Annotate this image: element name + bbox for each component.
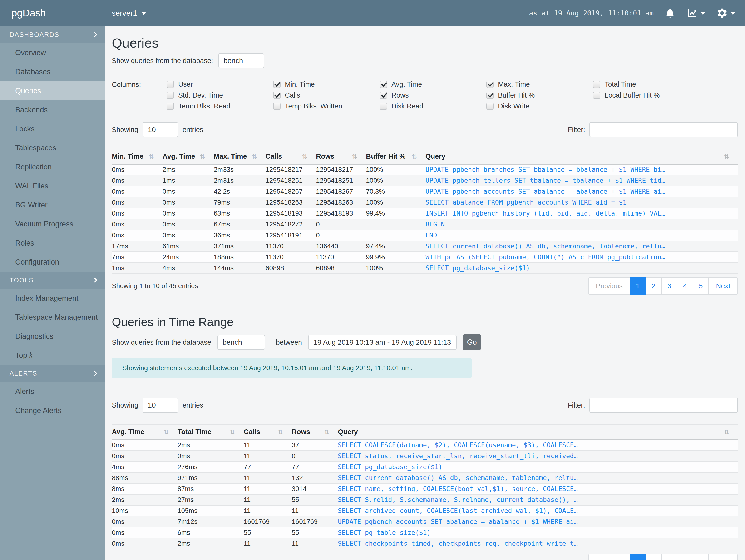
column-checkbox-user[interactable]: User <box>167 79 273 90</box>
go-button[interactable]: Go <box>463 334 481 351</box>
sort-icon[interactable]: ⇅ <box>200 153 205 160</box>
header-calls[interactable]: Calls⇅ <box>244 424 292 440</box>
sidebar-item-wal-files[interactable]: WAL Files <box>0 176 105 196</box>
checkbox-box[interactable] <box>486 80 494 88</box>
pagination-page-3[interactable]: 3 <box>661 277 677 295</box>
column-checkbox-max-time[interactable]: Max. Time <box>486 79 593 90</box>
sort-icon[interactable]: ⇅ <box>412 153 417 160</box>
query-link[interactable]: UPDATE pgbench_tellers SET tbalance = tb… <box>425 177 665 184</box>
sidebar-item-roles[interactable]: Roles <box>0 234 105 253</box>
query-link[interactable]: SELECT pg_table_size($1) <box>338 529 431 536</box>
query-link[interactable]: SELECT archived_count, COALESCE(last_arc… <box>338 507 578 514</box>
column-checkbox-rows[interactable]: Rows <box>380 90 486 101</box>
notifications-bell-icon[interactable] <box>665 8 676 19</box>
query-link[interactable]: SELECT current_database() AS db, scheman… <box>425 242 665 250</box>
database-input[interactable] <box>218 335 265 350</box>
query-link[interactable]: SELECT pg_database_size($1) <box>338 463 442 470</box>
checkbox-box[interactable] <box>273 92 281 99</box>
checkbox-box[interactable] <box>167 80 174 88</box>
sidebar-item-top-k[interactable]: Top k <box>0 346 105 365</box>
column-checkbox-total-time[interactable]: Total Time <box>593 79 700 90</box>
charts-menu[interactable] <box>686 7 706 19</box>
checkbox-box[interactable] <box>380 102 387 110</box>
checkbox-box[interactable] <box>486 92 494 99</box>
header-max-time[interactable]: Max. Time⇅ <box>214 149 265 164</box>
sidebar-section-alerts[interactable]: ALERTS <box>0 365 105 382</box>
sidebar-item-replication[interactable]: Replication <box>0 158 105 176</box>
query-link[interactable]: SELECT checkpoints_timed, checkpoints_re… <box>338 540 578 547</box>
sidebar-item-tablespace-management[interactable]: Tablespace Management <box>0 308 105 327</box>
pagination-next[interactable]: Next <box>709 554 738 560</box>
page-size-input[interactable] <box>142 122 178 137</box>
column-checkbox-avg-time[interactable]: Avg. Time <box>380 79 486 90</box>
sidebar-item-alerts[interactable]: Alerts <box>0 382 105 401</box>
pagination-next[interactable]: Next <box>709 277 738 295</box>
pagination-page-2[interactable]: 2 <box>646 554 661 560</box>
sidebar-item-databases[interactable]: Databases <box>0 62 105 81</box>
pagination-page-5[interactable]: 5 <box>693 554 709 560</box>
header-buffer-hit[interactable]: Buffer Hit %⇅ <box>366 149 425 164</box>
query-link[interactable]: SELECT status, receive_start_lsn, receiv… <box>338 452 578 460</box>
sort-icon[interactable]: ⇅ <box>724 153 729 160</box>
sidebar-item-queries[interactable]: Queries <box>0 81 105 100</box>
column-checkbox-std-dev-time[interactable]: Std. Dev. Time <box>167 90 273 101</box>
pagination-previous[interactable]: Previous <box>588 277 630 295</box>
header-query[interactable]: Query⇅ <box>338 424 738 440</box>
sidebar-item-tablespaces[interactable]: Tablespaces <box>0 138 105 158</box>
pagination-page-2[interactable]: 2 <box>646 277 661 295</box>
time-range-input[interactable] <box>308 335 457 350</box>
header-avg-time[interactable]: Avg. Time⇅ <box>163 149 214 164</box>
checkbox-box[interactable] <box>486 102 494 110</box>
sidebar-item-bg-writer[interactable]: BG Writer <box>0 196 105 215</box>
pagination-page-4[interactable]: 4 <box>677 554 693 560</box>
query-link[interactable]: BEGIN <box>425 221 445 228</box>
checkbox-box[interactable] <box>593 80 600 88</box>
query-link[interactable]: UPDATE pgbench_branches SET bbalance = b… <box>425 166 665 173</box>
sort-icon[interactable]: ⇅ <box>278 428 283 436</box>
column-checkbox-buffer-hit[interactable]: Buffer Hit % <box>486 90 593 101</box>
query-link[interactable]: SELECT name, setting, COALESCE(boot_val,… <box>338 485 578 492</box>
query-link[interactable]: SELECT pg_database_size($1) <box>425 264 530 272</box>
query-link[interactable]: SELECT COALESCE(datname, $2), COALESCE(u… <box>338 441 578 449</box>
query-link[interactable]: SELECT abalance FROM pgbench_accounts WH… <box>425 199 626 206</box>
header-avg-time[interactable]: Avg. Time⇅ <box>112 424 177 440</box>
page-size-input[interactable] <box>142 397 178 413</box>
database-input[interactable] <box>219 53 264 68</box>
filter-input[interactable] <box>589 122 738 137</box>
column-checkbox-local-buffer-hit[interactable]: Local Buffer Hit % <box>593 90 700 101</box>
checkbox-box[interactable] <box>167 92 174 99</box>
header-min-time[interactable]: Min. Time⇅ <box>112 149 163 164</box>
column-checkbox-calls[interactable]: Calls <box>273 90 380 101</box>
sort-icon[interactable]: ⇅ <box>230 428 235 436</box>
header-query[interactable]: Query⇅ <box>425 149 738 164</box>
sort-icon[interactable]: ⇅ <box>302 153 307 160</box>
header-total-time[interactable]: Total Time⇅ <box>177 424 244 440</box>
column-checkbox-disk-write[interactable]: Disk Write <box>486 101 593 111</box>
query-link[interactable]: SELECT current_database() AS db, scheman… <box>338 474 578 482</box>
checkbox-box[interactable] <box>593 92 600 99</box>
header-calls[interactable]: Calls⇅ <box>265 149 316 164</box>
pagination-page-1[interactable]: 1 <box>630 554 646 560</box>
query-link[interactable]: SELECT S.relid, S.schemaname, S.relname,… <box>338 496 578 503</box>
pagination-page-5[interactable]: 5 <box>693 277 709 295</box>
filter-input[interactable] <box>589 397 738 413</box>
sidebar-item-diagnostics[interactable]: Diagnostics <box>0 327 105 346</box>
header-rows[interactable]: Rows⇅ <box>292 424 338 440</box>
checkbox-box[interactable] <box>273 102 281 110</box>
sort-icon[interactable]: ⇅ <box>724 428 729 436</box>
pagination-page-3[interactable]: 3 <box>661 554 677 560</box>
sort-icon[interactable]: ⇅ <box>163 428 169 436</box>
server-dropdown[interactable]: server1 <box>112 0 146 26</box>
sort-icon[interactable]: ⇅ <box>352 153 357 160</box>
checkbox-box[interactable] <box>167 102 174 110</box>
sidebar-item-locks[interactable]: Locks <box>0 120 105 138</box>
sidebar-item-overview[interactable]: Overview <box>0 43 105 62</box>
sort-icon[interactable]: ⇅ <box>149 153 154 160</box>
column-checkbox-temp-blks-read[interactable]: Temp Blks. Read <box>167 101 273 111</box>
checkbox-box[interactable] <box>380 80 387 88</box>
sidebar-section-dashboards[interactable]: DASHBOARDS <box>0 26 105 43</box>
header-rows[interactable]: Rows⇅ <box>316 149 366 164</box>
sidebar-section-tools[interactable]: TOOLS <box>0 272 105 289</box>
query-link[interactable]: WITH pc AS (SELECT pubname, COUNT(*) AS … <box>425 253 665 261</box>
column-checkbox-min-time[interactable]: Min. Time <box>273 79 380 90</box>
